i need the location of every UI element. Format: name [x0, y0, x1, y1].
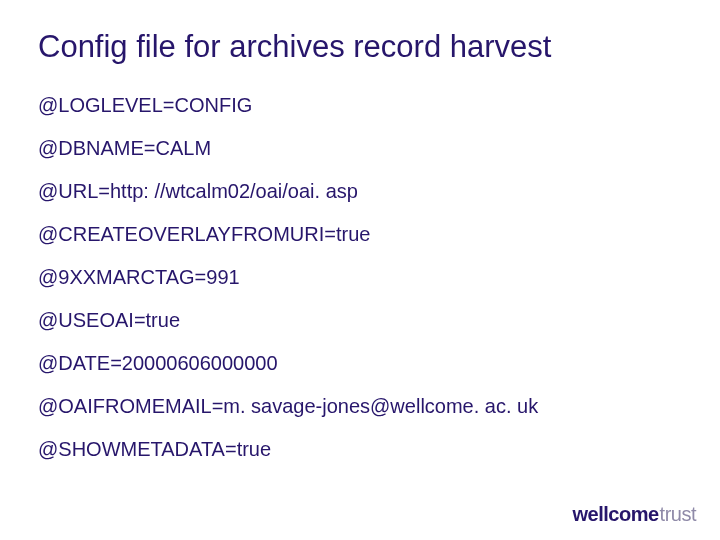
- config-line: @USEOAI=true: [38, 308, 682, 332]
- config-line: @9XXMARCTAG=991: [38, 265, 682, 289]
- slide: Config file for archives record harvest …: [0, 0, 720, 540]
- wellcome-logo: wellcometrust: [573, 503, 696, 526]
- logo-light: trust: [660, 503, 696, 526]
- logo-bold: wellcome: [573, 503, 659, 526]
- config-line: @LOGLEVEL=CONFIG: [38, 93, 682, 117]
- config-list: @LOGLEVEL=CONFIG @DBNAME=CALM @URL=http:…: [38, 93, 682, 461]
- config-line: @URL=http: //wtcalm02/oai/oai. asp: [38, 179, 682, 203]
- config-line: @OAIFROMEMAIL=m. savage-jones@wellcome. …: [38, 394, 682, 418]
- config-line: @DBNAME=CALM: [38, 136, 682, 160]
- config-line: @CREATEOVERLAYFROMURI=true: [38, 222, 682, 246]
- config-line: @DATE=20000606000000: [38, 351, 682, 375]
- page-title: Config file for archives record harvest: [38, 28, 682, 65]
- config-line: @SHOWMETADATA=true: [38, 437, 682, 461]
